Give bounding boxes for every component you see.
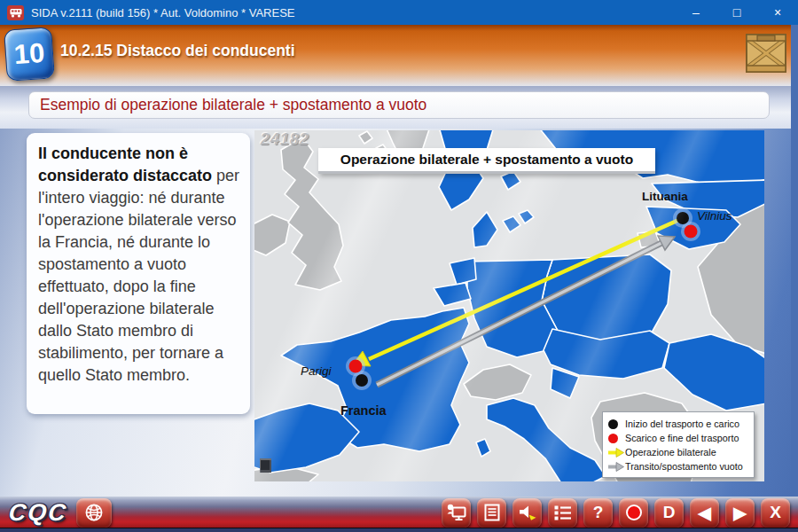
record-icon (626, 505, 642, 520)
text-page-icon (483, 504, 501, 521)
lesson-text-panel: Il conducente non è considerato distacca… (27, 133, 250, 414)
legend-label: Inizio del trasporto e carico (625, 419, 739, 429)
language-globe-button[interactable] (76, 498, 112, 528)
lesson-text-bold: Il conducente non è considerato distacca… (38, 145, 212, 184)
speaker-icon (518, 504, 537, 521)
lesson-paragraph: Il conducente non è considerato distacca… (38, 143, 240, 387)
map-signature-mark (260, 458, 271, 473)
crate-icon (745, 31, 787, 75)
dictionary-button[interactable]: D (654, 498, 684, 528)
lesson-title: 10.2.15 Distacco dei conducenti (60, 42, 295, 60)
maximize-button[interactable]: □ (716, 0, 757, 25)
subtitle-band: Esempio di operazione bilaterale + spost… (0, 86, 791, 129)
toolbar-button-group: ? D ◀ ▶ X (442, 498, 790, 528)
vilnius-end-dot (685, 225, 698, 239)
legend-label: Operazione bilaterale (625, 447, 716, 458)
label-parigi: Parigi (301, 364, 332, 378)
map-legend: Inizio del trasporto e carico Scarico e … (602, 411, 755, 478)
content-area: Il conducente non è considerato distacca… (0, 129, 791, 497)
gray-arrow-icon (608, 462, 625, 472)
list-icon (553, 505, 572, 520)
help-button[interactable]: ? (583, 498, 613, 528)
close-window-button[interactable]: × (757, 0, 798, 25)
label-vilnius: Vilnius (697, 209, 732, 223)
legend-row: Operazione bilaterale (608, 445, 749, 459)
map-title: Operazione bilaterale + spostamento a vu… (318, 148, 655, 174)
paris-end-dot (349, 360, 363, 373)
start-dot-icon (608, 419, 625, 429)
label-lituania: Lituania (642, 190, 688, 203)
close-lesson-button[interactable]: X (761, 498, 790, 528)
legend-row: Transito/spostamento vuoto (608, 459, 749, 473)
student-screen-button[interactable] (442, 498, 471, 528)
label-francia: Francia (340, 403, 387, 418)
legend-row: Scarico e fine del trasporto (608, 431, 749, 445)
globe-icon (83, 503, 105, 522)
map-watermark: 24182 (261, 130, 309, 149)
bottom-toolbar: CQC (0, 497, 798, 528)
legend-row: Inizio del trasporto e carico (608, 417, 749, 431)
legend-label: Transito/spostamento vuoto (625, 461, 743, 472)
bottom-edge (0, 528, 798, 532)
paris-start-dot (356, 374, 368, 387)
yellow-arrow-icon (608, 448, 625, 458)
window-controls: – □ × (676, 0, 798, 25)
chapter-badge: 10 (4, 27, 55, 82)
app-bus-icon (7, 5, 24, 20)
next-button[interactable]: ▶ (725, 498, 755, 528)
audio-button[interactable] (512, 498, 542, 528)
minimize-button[interactable]: – (676, 0, 716, 25)
slide-subtitle: Esempio di operazione bilaterale + spost… (28, 91, 770, 119)
legend-label: Scarico e fine del trasporto (625, 433, 739, 443)
lesson-text-body: per l'intero viaggio: né durante l'opera… (38, 167, 239, 384)
student-screen-icon (446, 504, 466, 521)
lesson-header: 10 10.2.15 Distacco dei conducenti (0, 25, 791, 86)
cqc-logo: CQC (7, 498, 68, 528)
previous-button[interactable]: ◀ (690, 498, 719, 528)
window-title: SIDA v.2111 (build 156) * Aut. Voldomino… (31, 6, 294, 20)
end-dot-icon (608, 434, 625, 443)
europe-map: 24182 Operazione bilaterale + spostament… (254, 130, 764, 481)
app-window: SIDA v.2111 (build 156) * Aut. Voldomino… (0, 0, 798, 532)
title-bar: SIDA v.2111 (build 156) * Aut. Voldomino… (0, 0, 798, 25)
topic-list-button[interactable] (548, 498, 577, 528)
vilnius-start-dot (677, 212, 689, 224)
text-page-button[interactable] (477, 498, 506, 528)
record-button[interactable] (619, 498, 648, 528)
